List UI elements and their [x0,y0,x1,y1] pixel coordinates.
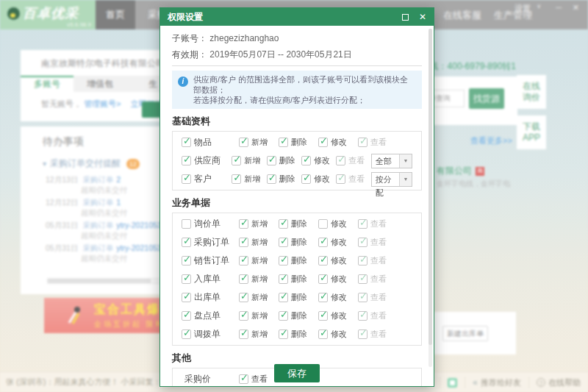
perm-checkbox[interactable]: ✓ [318,138,328,147]
perm-checkbox[interactable]: ✓ [239,311,248,321]
perm-checkbox[interactable]: ✓ [358,293,368,302]
perm-checkbox[interactable]: ✓ [279,329,288,339]
scope-select[interactable]: 全部▼ [371,154,412,168]
perm-checkbox[interactable]: ✓ [336,174,345,184]
download-app-button[interactable]: 下载 APP [517,115,546,149]
nav-online-service[interactable]: 在线客服 [443,9,481,22]
qr-code-icon[interactable] [448,378,457,388]
todo-order-link[interactable]: 1 [116,198,121,207]
chevron-down-icon[interactable]: ▼ [399,154,412,168]
perm-checkbox[interactable]: ✓ [239,274,248,284]
item-cell: ✓供应商 [182,154,232,167]
perm-checkbox[interactable]: ✓ [318,238,328,247]
todo-hscrollbar[interactable] [47,278,173,284]
perm-label: 查看 [251,374,268,385]
todo-order-link[interactable]: 2 [116,175,121,184]
perm-checkbox[interactable]: ✓ [239,293,248,302]
share-button[interactable]: «推荐给好友 [465,377,528,388]
perm-checkbox[interactable]: ✓ [301,156,311,165]
settings-menu[interactable]: 设置 [514,3,531,14]
perm-checkbox[interactable]: ✓ [358,238,368,247]
perm-checkbox[interactable]: ✓ [358,138,368,147]
perm-checkbox[interactable]: ✓ [318,329,328,339]
perm-checkbox[interactable]: ✓ [279,238,288,247]
caret-down-icon[interactable]: ▾ [43,160,46,168]
perm-checkbox[interactable]: ✓ [267,156,276,165]
perm-checkbox[interactable]: ✓ [239,219,248,229]
perm-checkbox[interactable]: ✓ [301,174,311,184]
perm-checkbox[interactable]: ✓ [358,256,368,266]
online-inquiry-button[interactable]: 在线 询价 [517,75,546,109]
perm-checkbox[interactable]: ✓ [358,274,368,284]
item-checkbox[interactable]: ✓ [182,256,191,266]
item-checkbox[interactable]: ✓ [182,174,191,184]
check-icon: ✓ [240,327,248,338]
perm-checkbox[interactable]: ✓ [318,274,328,284]
see-more-link[interactable]: 查看更多>> [470,135,512,146]
check-icon: ✓ [240,217,248,228]
permission-row: ✓供应商✓新增✓删除✓修改✓查看全部▼ [182,152,412,170]
perm-checkbox[interactable]: ✓ [279,138,288,147]
item-checkbox[interactable]: ✓ [182,311,191,321]
item-checkbox[interactable]: ✓ [182,274,191,284]
perm-checkbox[interactable]: ✓ [239,138,248,147]
perm-checkbox[interactable]: ✓ [318,293,328,302]
chevron-down-icon[interactable]: ∨ [537,3,541,10]
dialog-close-button[interactable]: ✕ [419,14,426,21]
perm-checkbox[interactable]: ✓ [279,311,288,321]
perm-checkbox[interactable]: ✓ [232,174,241,184]
outbound-card: 新建出库单 [434,312,516,354]
chevron-down-icon[interactable]: ▼ [399,173,412,186]
nav-item-0[interactable]: 首页 [96,0,135,29]
todo-hscroll-thumb[interactable] [48,279,151,283]
qr-cell[interactable] [440,377,465,388]
perm-checkbox[interactable]: ✓ [279,293,288,302]
todo-type: 采购订单 [82,243,113,252]
perm-checkbox[interactable] [318,219,328,229]
nav-production[interactable]: 生产管理 [494,9,532,22]
section-box: 询价单✓新增✓删除修改✓查看✓采购订单✓新增✓删除✓修改✓查看✓销售订单✓新增✓… [172,213,422,346]
account-tab-1[interactable]: 增值包 [74,76,126,92]
todo-type: 采购订单 [82,198,113,207]
perm-checkbox[interactable]: ✓ [358,311,368,321]
perm-checkbox[interactable]: ✓ [358,219,368,229]
dialog-maximize-button[interactable] [402,14,409,21]
perm-checkbox[interactable]: ✓ [239,374,248,384]
close-window-button[interactable]: ✕ [573,3,579,13]
help-button[interactable]: ?在线帮助 [528,377,588,388]
dialog-scrollbar[interactable] [429,29,432,367]
save-button[interactable]: 保存 [274,364,320,382]
scope-select[interactable]: 按分配▼ [371,172,412,187]
perm-checkbox[interactable]: ✓ [318,256,328,266]
item-checkbox[interactable]: ✓ [182,238,191,247]
item-checkbox[interactable]: ✓ [182,138,191,147]
account-tab-0[interactable]: 多账号 [21,76,74,92]
find-source-button[interactable]: 找货源 [469,88,504,109]
perm-label: 修改 [331,137,347,148]
perm-checkbox[interactable]: ✓ [239,256,248,266]
item-checkbox[interactable]: ✓ [182,329,191,339]
permission-row: ✓物品✓新增✓删除✓修改✓查看 [182,133,412,152]
perm-checkbox[interactable]: ✓ [358,329,368,339]
item-checkbox[interactable] [182,219,191,229]
perm-checkbox[interactable]: ✓ [336,156,345,165]
perm-checkbox[interactable]: ✓ [279,219,288,229]
dialog-scroll-thumb[interactable] [429,29,432,345]
perm-checkbox[interactable]: ✓ [279,274,288,284]
item-checkbox[interactable]: ✓ [182,156,191,165]
perm-checkbox[interactable]: ✓ [267,174,276,184]
logo-bug-icon [7,7,20,20]
perm-checkbox[interactable]: ✓ [232,156,241,165]
supplier-name[interactable]: 有限公司 [437,165,472,177]
new-outbound-button[interactable]: 新建出库单 [442,326,488,341]
perm-label: 修改 [331,237,347,248]
perm-checkbox[interactable]: ✓ [239,238,248,247]
perm-checkbox[interactable]: ✓ [318,311,328,321]
perm-label: 查看 [348,174,365,185]
minimize-button[interactable]: ─ [556,3,562,12]
perm-checkbox[interactable]: ✓ [239,329,248,339]
manage-account-link[interactable]: 管理账号> [84,99,121,108]
perm-checkbox[interactable]: ✓ [279,256,288,266]
item-checkbox[interactable]: ✓ [182,293,191,302]
check-icon: ✓ [280,217,288,228]
